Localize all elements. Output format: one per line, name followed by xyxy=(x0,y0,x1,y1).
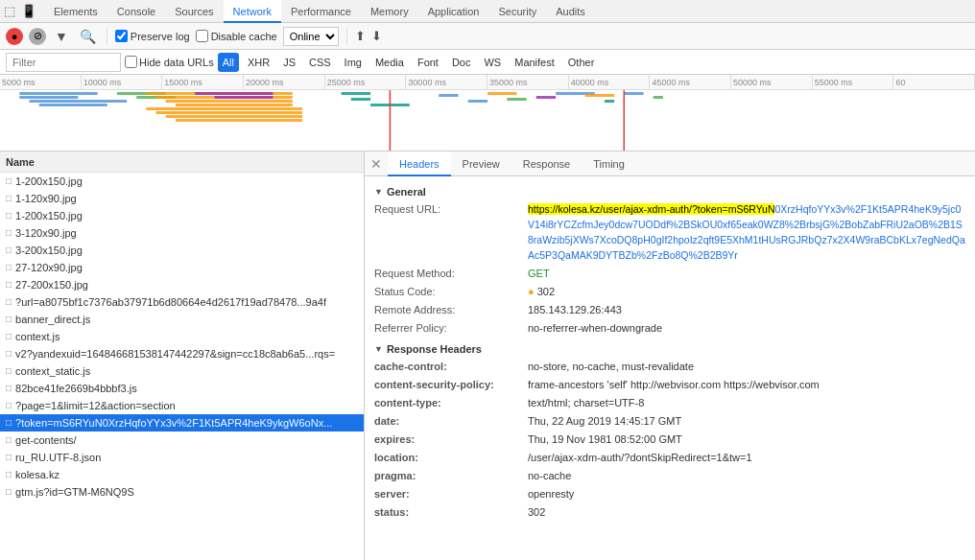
file-name: v2?yandexuid=164846681538147442297&sign=… xyxy=(15,348,335,360)
search-icon-btn[interactable]: 🔍 xyxy=(77,28,99,45)
tab-audits[interactable]: Audits xyxy=(546,0,595,23)
tick-4: 20000 ms xyxy=(244,75,325,89)
tab-network[interactable]: Network xyxy=(224,0,281,23)
file-name: 27-200x150.jpg xyxy=(15,279,88,291)
tab-memory[interactable]: Memory xyxy=(361,0,418,23)
file-item[interactable]: □?url=a8075bf1c7376ab37971b6d80664e4d261… xyxy=(0,293,364,311)
file-item[interactable]: □82bce41fe2669b4bbbf3.js xyxy=(0,380,364,397)
filter-other-btn[interactable]: Other xyxy=(563,53,600,72)
svg-rect-21 xyxy=(488,92,516,95)
filter-icon-btn[interactable]: ▼ xyxy=(52,28,71,45)
filter-all-btn[interactable]: All xyxy=(218,53,239,72)
hide-data-urls-input[interactable] xyxy=(125,56,137,68)
filter-doc-btn[interactable]: Doc xyxy=(447,53,476,72)
svg-rect-13 xyxy=(176,119,302,122)
preserve-log-input[interactable] xyxy=(115,30,128,42)
file-item[interactable]: □27-200x150.jpg xyxy=(0,276,364,293)
file-icon: □ xyxy=(6,314,12,324)
inspect-icon[interactable]: ⬚ xyxy=(4,4,15,18)
tab-security[interactable]: Security xyxy=(488,0,546,23)
disable-cache-label: Disable cache xyxy=(211,31,277,42)
tab-application[interactable]: Application xyxy=(418,0,489,23)
file-icon: □ xyxy=(6,348,12,359)
file-item[interactable]: □3-200x150.jpg xyxy=(0,242,364,259)
file-item[interactable]: □context.js xyxy=(0,328,364,345)
file-name: ?token=mS6RYuN0XrzHqfoYYx3v%2F1Kt5APR4he… xyxy=(15,417,332,429)
file-item[interactable]: □banner_direct.js xyxy=(0,311,364,328)
file-item[interactable]: □1-200x150.jpg xyxy=(0,207,364,224)
file-list[interactable]: □1-200x150.jpg□1-120x90.jpg□1-200x150.jp… xyxy=(0,173,364,560)
sub-tab-response[interactable]: Response xyxy=(511,152,583,176)
file-item[interactable]: □27-120x90.jpg xyxy=(0,259,364,276)
tick-8: 40000 ms xyxy=(569,75,651,89)
export-icon[interactable]: ⬇ xyxy=(371,29,382,43)
sub-tab-timing[interactable]: Timing xyxy=(582,152,636,176)
hide-data-urls-checkbox[interactable]: Hide data URLs xyxy=(125,56,214,68)
response-header-value: 302 xyxy=(528,504,545,520)
svg-rect-0 xyxy=(19,92,97,95)
file-icon: □ xyxy=(6,400,12,410)
tab-performance[interactable]: Performance xyxy=(281,0,361,23)
preserve-log-label: Preserve log xyxy=(131,31,190,42)
file-item[interactable]: □?token=mS6RYuN0XrzHqfoYYx3v%2F1Kt5APR4h… xyxy=(0,414,364,432)
svg-rect-28 xyxy=(654,96,663,99)
file-item[interactable]: □kolesa.kz xyxy=(0,466,364,483)
mobile-icon[interactable]: 📱 xyxy=(21,4,36,18)
file-item[interactable]: □1-120x90.jpg xyxy=(0,190,364,207)
remote-address-label: Remote Address: xyxy=(374,302,528,317)
file-item[interactable]: □3-120x90.jpg xyxy=(0,224,364,242)
filter-font-btn[interactable]: Font xyxy=(413,53,443,72)
devtools-tab-bar: ⬚ 📱 Elements Console Sources Network Per… xyxy=(0,0,975,23)
network-toolbar: ● ⊘ ▼ 🔍 Preserve log Disable cache Onlin… xyxy=(0,23,975,50)
svg-rect-20 xyxy=(468,100,488,103)
throttle-select[interactable]: Online xyxy=(283,27,339,46)
svg-rect-9 xyxy=(176,104,293,106)
filter-img-btn[interactable]: Img xyxy=(340,53,367,72)
tab-sources[interactable]: Sources xyxy=(165,0,223,23)
close-detail-btn[interactable]: ✕ xyxy=(369,156,384,172)
request-method-row: Request Method: GET xyxy=(374,266,965,281)
response-header-value: Thu, 19 Nov 1981 08:52:00 GMT xyxy=(528,432,682,447)
sub-tab-preview[interactable]: Preview xyxy=(451,152,511,176)
filter-css-btn[interactable]: CSS xyxy=(304,53,336,72)
filter-media-btn[interactable]: Media xyxy=(370,53,409,72)
response-header-name: pragma: xyxy=(374,468,528,483)
preserve-log-checkbox[interactable]: Preserve log xyxy=(115,30,190,42)
tick-1: 5000 ms xyxy=(0,75,82,89)
response-header-name: location: xyxy=(374,450,528,465)
response-header-name: content-security-policy: xyxy=(374,377,528,392)
tab-console[interactable]: Console xyxy=(107,0,165,23)
clear-button[interactable]: ⊘ xyxy=(29,28,46,45)
file-icon: □ xyxy=(6,279,12,290)
tick-7: 35000 ms xyxy=(488,75,569,89)
svg-rect-10 xyxy=(146,107,302,110)
sub-tab-headers[interactable]: Headers xyxy=(388,152,451,176)
right-panel: ✕ Headers Preview Response Timing Genera… xyxy=(365,152,975,560)
file-item[interactable]: □v2?yandexuid=164846681538147442297&sign… xyxy=(0,345,364,362)
filter-js-btn[interactable]: JS xyxy=(278,53,300,72)
response-header-name: status: xyxy=(374,504,528,520)
file-icon: □ xyxy=(6,210,12,221)
record-button[interactable]: ● xyxy=(6,28,23,45)
response-header-name: expires: xyxy=(374,432,528,447)
file-item[interactable]: □ru_RU.UTF-8.json xyxy=(0,449,364,466)
file-item[interactable]: □1-200x150.jpg xyxy=(0,173,364,190)
filter-input[interactable] xyxy=(6,53,121,72)
response-header-row: location: /user/ajax-xdm-auth/?dontSkipR… xyxy=(374,450,965,465)
tab-elements[interactable]: Elements xyxy=(44,0,107,23)
import-icon[interactable]: ⬆ xyxy=(355,29,366,43)
referrer-policy-row: Referrer Policy: no-referrer-when-downgr… xyxy=(374,320,965,336)
disable-cache-checkbox[interactable]: Disable cache xyxy=(196,30,277,42)
filter-xhr-btn[interactable]: XHR xyxy=(243,53,274,72)
response-header-value: openresty xyxy=(528,486,574,502)
file-item[interactable]: □gtm.js?id=GTM-M6NQ9S xyxy=(0,483,364,501)
disable-cache-input[interactable] xyxy=(196,30,208,42)
file-item[interactable]: □?page=1&limit=12&action=section xyxy=(0,397,364,414)
tick-10: 50000 ms xyxy=(731,75,813,89)
main-area: Name □1-200x150.jpg□1-120x90.jpg□1-200x1… xyxy=(0,152,975,560)
filter-ws-btn[interactable]: WS xyxy=(479,53,506,72)
response-header-value: Thu, 22 Aug 2019 14:45:17 GMT xyxy=(528,413,681,429)
file-item[interactable]: □get-contents/ xyxy=(0,432,364,449)
filter-manifest-btn[interactable]: Manifest xyxy=(510,53,559,72)
file-item[interactable]: □context_static.js xyxy=(0,362,364,380)
